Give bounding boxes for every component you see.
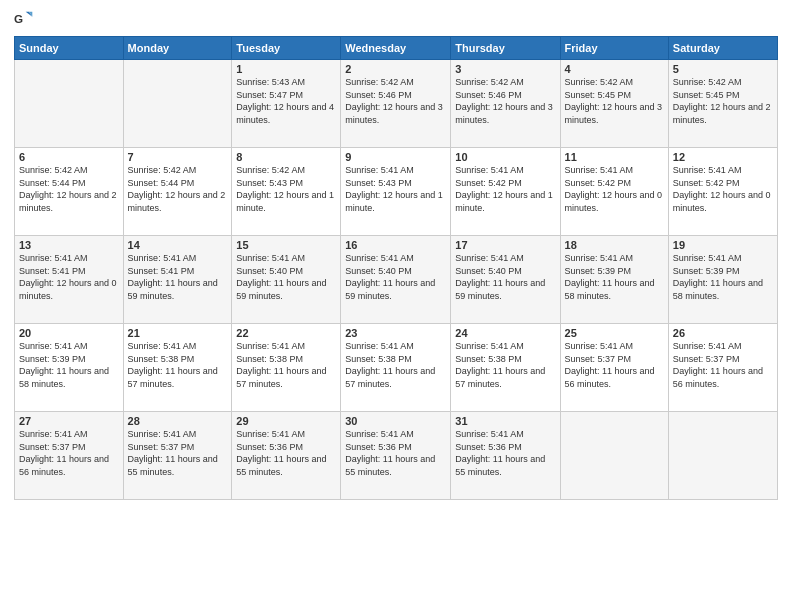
calendar-cell: 10Sunrise: 5:41 AMSunset: 5:42 PMDayligh… xyxy=(451,148,560,236)
day-info: Sunrise: 5:42 AM xyxy=(673,76,773,89)
day-info: Sunrise: 5:41 AM xyxy=(673,252,773,265)
day-number: 18 xyxy=(565,239,664,251)
calendar-cell: 1Sunrise: 5:43 AMSunset: 5:47 PMDaylight… xyxy=(232,60,341,148)
day-number: 14 xyxy=(128,239,228,251)
day-number: 1 xyxy=(236,63,336,75)
day-number: 30 xyxy=(345,415,446,427)
day-info: Daylight: 12 hours and 0 minutes. xyxy=(19,277,119,302)
day-info: Daylight: 11 hours and 59 minutes. xyxy=(128,277,228,302)
week-row-1: 1Sunrise: 5:43 AMSunset: 5:47 PMDaylight… xyxy=(15,60,778,148)
day-info: Sunset: 5:43 PM xyxy=(236,177,336,190)
day-info: Daylight: 11 hours and 56 minutes. xyxy=(19,453,119,478)
day-info: Sunset: 5:38 PM xyxy=(345,353,446,366)
day-info: Sunset: 5:45 PM xyxy=(673,89,773,102)
day-number: 13 xyxy=(19,239,119,251)
calendar-cell: 19Sunrise: 5:41 AMSunset: 5:39 PMDayligh… xyxy=(668,236,777,324)
day-info: Sunset: 5:37 PM xyxy=(673,353,773,366)
day-info: Sunrise: 5:41 AM xyxy=(128,428,228,441)
day-info: Sunrise: 5:43 AM xyxy=(236,76,336,89)
week-row-3: 13Sunrise: 5:41 AMSunset: 5:41 PMDayligh… xyxy=(15,236,778,324)
day-number: 22 xyxy=(236,327,336,339)
day-info: Sunset: 5:41 PM xyxy=(128,265,228,278)
calendar-cell: 23Sunrise: 5:41 AMSunset: 5:38 PMDayligh… xyxy=(341,324,451,412)
day-info: Daylight: 12 hours and 3 minutes. xyxy=(345,101,446,126)
day-info: Sunset: 5:37 PM xyxy=(19,441,119,454)
day-info: Sunrise: 5:42 AM xyxy=(345,76,446,89)
calendar-cell: 25Sunrise: 5:41 AMSunset: 5:37 PMDayligh… xyxy=(560,324,668,412)
day-info: Daylight: 11 hours and 56 minutes. xyxy=(565,365,664,390)
day-info: Sunrise: 5:42 AM xyxy=(128,164,228,177)
day-info: Daylight: 11 hours and 59 minutes. xyxy=(455,277,555,302)
day-info: Sunset: 5:40 PM xyxy=(345,265,446,278)
day-info: Sunrise: 5:41 AM xyxy=(19,252,119,265)
calendar-cell: 20Sunrise: 5:41 AMSunset: 5:39 PMDayligh… xyxy=(15,324,124,412)
day-number: 6 xyxy=(19,151,119,163)
day-info: Daylight: 11 hours and 58 minutes. xyxy=(19,365,119,390)
day-info: Daylight: 12 hours and 4 minutes. xyxy=(236,101,336,126)
day-info: Daylight: 12 hours and 0 minutes. xyxy=(673,189,773,214)
day-number: 29 xyxy=(236,415,336,427)
day-number: 9 xyxy=(345,151,446,163)
day-info: Daylight: 12 hours and 2 minutes. xyxy=(19,189,119,214)
day-info: Daylight: 11 hours and 55 minutes. xyxy=(236,453,336,478)
calendar-cell: 2Sunrise: 5:42 AMSunset: 5:46 PMDaylight… xyxy=(341,60,451,148)
day-number: 21 xyxy=(128,327,228,339)
day-info: Sunrise: 5:41 AM xyxy=(565,252,664,265)
calendar-cell xyxy=(668,412,777,500)
day-info: Sunrise: 5:41 AM xyxy=(236,252,336,265)
day-number: 15 xyxy=(236,239,336,251)
day-number: 8 xyxy=(236,151,336,163)
day-info: Daylight: 12 hours and 2 minutes. xyxy=(128,189,228,214)
calendar: SundayMondayTuesdayWednesdayThursdayFrid… xyxy=(14,36,778,500)
calendar-cell: 13Sunrise: 5:41 AMSunset: 5:41 PMDayligh… xyxy=(15,236,124,324)
day-number: 10 xyxy=(455,151,555,163)
day-number: 5 xyxy=(673,63,773,75)
day-info: Sunrise: 5:41 AM xyxy=(455,252,555,265)
day-info: Sunset: 5:36 PM xyxy=(345,441,446,454)
day-info: Daylight: 12 hours and 1 minute. xyxy=(345,189,446,214)
day-number: 12 xyxy=(673,151,773,163)
day-info: Sunrise: 5:42 AM xyxy=(455,76,555,89)
day-number: 2 xyxy=(345,63,446,75)
calendar-cell: 14Sunrise: 5:41 AMSunset: 5:41 PMDayligh… xyxy=(123,236,232,324)
day-info: Sunset: 5:45 PM xyxy=(565,89,664,102)
calendar-cell: 5Sunrise: 5:42 AMSunset: 5:45 PMDaylight… xyxy=(668,60,777,148)
day-info: Daylight: 11 hours and 57 minutes. xyxy=(345,365,446,390)
day-info: Sunrise: 5:41 AM xyxy=(345,252,446,265)
day-info: Daylight: 12 hours and 1 minute. xyxy=(455,189,555,214)
day-info: Sunrise: 5:41 AM xyxy=(19,340,119,353)
calendar-cell: 30Sunrise: 5:41 AMSunset: 5:36 PMDayligh… xyxy=(341,412,451,500)
day-number: 23 xyxy=(345,327,446,339)
day-info: Daylight: 11 hours and 59 minutes. xyxy=(236,277,336,302)
day-number: 20 xyxy=(19,327,119,339)
day-number: 4 xyxy=(565,63,664,75)
day-info: Sunrise: 5:41 AM xyxy=(236,340,336,353)
week-row-5: 27Sunrise: 5:41 AMSunset: 5:37 PMDayligh… xyxy=(15,412,778,500)
calendar-cell: 26Sunrise: 5:41 AMSunset: 5:37 PMDayligh… xyxy=(668,324,777,412)
calendar-cell: 22Sunrise: 5:41 AMSunset: 5:38 PMDayligh… xyxy=(232,324,341,412)
day-number: 26 xyxy=(673,327,773,339)
day-info: Daylight: 11 hours and 59 minutes. xyxy=(345,277,446,302)
day-number: 17 xyxy=(455,239,555,251)
day-number: 16 xyxy=(345,239,446,251)
header-day-sunday: Sunday xyxy=(15,37,124,60)
day-info: Sunset: 5:44 PM xyxy=(19,177,119,190)
day-info: Daylight: 12 hours and 3 minutes. xyxy=(455,101,555,126)
day-info: Sunrise: 5:41 AM xyxy=(128,340,228,353)
day-info: Sunrise: 5:41 AM xyxy=(565,340,664,353)
day-info: Daylight: 12 hours and 1 minute. xyxy=(236,189,336,214)
day-info: Daylight: 11 hours and 57 minutes. xyxy=(128,365,228,390)
day-info: Sunset: 5:41 PM xyxy=(19,265,119,278)
day-info: Sunset: 5:36 PM xyxy=(236,441,336,454)
header-day-thursday: Thursday xyxy=(451,37,560,60)
header-day-friday: Friday xyxy=(560,37,668,60)
day-info: Sunrise: 5:41 AM xyxy=(455,428,555,441)
day-info: Daylight: 11 hours and 58 minutes. xyxy=(673,277,773,302)
calendar-cell: 21Sunrise: 5:41 AMSunset: 5:38 PMDayligh… xyxy=(123,324,232,412)
day-info: Sunrise: 5:41 AM xyxy=(128,252,228,265)
week-row-4: 20Sunrise: 5:41 AMSunset: 5:39 PMDayligh… xyxy=(15,324,778,412)
calendar-cell: 16Sunrise: 5:41 AMSunset: 5:40 PMDayligh… xyxy=(341,236,451,324)
day-info: Daylight: 11 hours and 58 minutes. xyxy=(565,277,664,302)
header-row: SundayMondayTuesdayWednesdayThursdayFrid… xyxy=(15,37,778,60)
day-info: Sunrise: 5:41 AM xyxy=(673,164,773,177)
